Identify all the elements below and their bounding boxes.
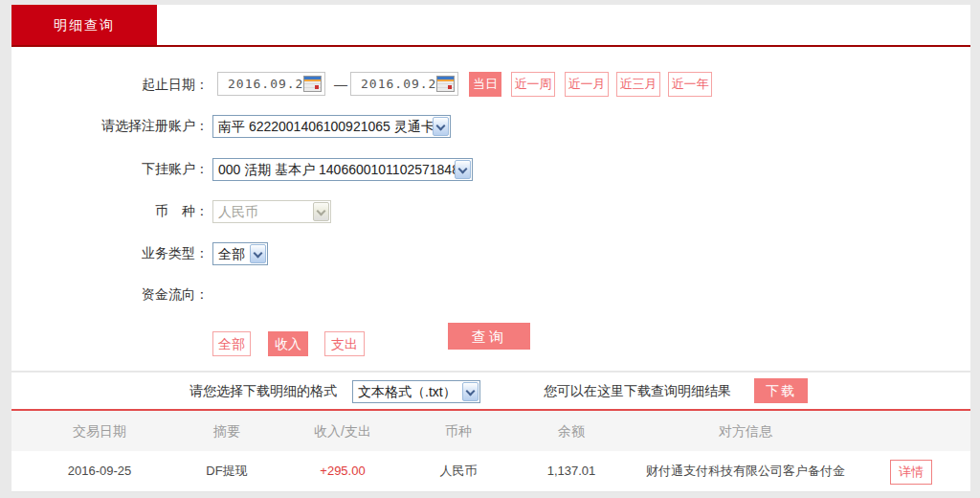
calendar-icon[interactable]	[303, 76, 322, 92]
business-type-label: 业务类型：	[11, 245, 209, 262]
sub-account-value: 000 活期 基本户 1406600101102571848	[218, 159, 459, 180]
chevron-down-icon	[462, 382, 479, 401]
currency-select: 人民币	[212, 200, 331, 223]
header-trade-date: 交易日期	[31, 411, 168, 451]
range-year-button[interactable]: 近一年	[668, 72, 712, 97]
chevron-down-icon	[433, 117, 449, 136]
start-date-input[interactable]: 2016.09.25	[217, 72, 325, 96]
date-range-label: 起止日期：	[11, 77, 209, 94]
download-format-label: 请您选择下载明细的格式	[189, 383, 337, 400]
detail-query-page: 明细查询 起止日期： 2016.09.25 — 2016.09.25 当日 近一…	[0, 0, 980, 498]
cell-counterparty: 财付通支付科技有限公司客户备付金	[626, 451, 865, 491]
date-range-separator: —	[334, 77, 347, 92]
fund-flow-label: 资金流向：	[11, 286, 209, 304]
range-week-button[interactable]: 近一周	[511, 72, 555, 97]
header-counterparty: 对方信息	[626, 411, 865, 451]
flow-income-button[interactable]: 收入	[268, 331, 308, 356]
cell-currency: 人民币	[400, 451, 517, 491]
download-format-select[interactable]: 文本格式（.txt）	[352, 380, 480, 403]
download-hint: 您可以在这里下载查询明细结果	[544, 383, 731, 400]
detail-button[interactable]: 详情	[890, 460, 932, 485]
table-header: 交易日期 摘要 收入/支出 币种 余额 对方信息	[11, 411, 970, 451]
download-panel: 请您选择下载明细的格式 文本格式（.txt） 您可以在这里下载查询明细结果 下载	[11, 373, 970, 409]
calendar-icon[interactable]	[436, 76, 455, 92]
query-button[interactable]: 查询	[448, 323, 530, 350]
sub-account-label: 下挂账户：	[11, 161, 209, 178]
register-account-select[interactable]: 南平 6222001406100921065 灵通卡	[212, 115, 451, 138]
end-date-input[interactable]: 2016.09.25	[350, 72, 458, 96]
currency-value: 人民币	[218, 201, 258, 222]
chevron-down-icon	[250, 244, 266, 263]
download-format-value: 文本格式（.txt）	[358, 381, 457, 402]
flow-expense-button[interactable]: 支出	[324, 331, 365, 356]
query-form-panel: 起止日期： 2016.09.25 — 2016.09.25 当日 近一周 近一月…	[11, 47, 970, 372]
table-row: 2016-09-25 DF提现 +295.00 人民币 1,137.01 财付通…	[11, 451, 970, 492]
cell-balance: 1,137.01	[517, 451, 626, 491]
business-type-select[interactable]: 全部	[212, 242, 268, 265]
header-summary: 摘要	[168, 411, 285, 451]
range-month-button[interactable]: 近一月	[565, 72, 609, 97]
register-account-value: 南平 6222001406100921065 灵通卡	[218, 116, 434, 137]
chevron-down-icon	[455, 160, 471, 179]
cell-amount: +295.00	[285, 451, 400, 491]
range-today-button[interactable]: 当日	[469, 72, 501, 97]
tab-detail-query[interactable]: 明细查询	[11, 5, 157, 45]
header-currency: 币种	[400, 411, 517, 451]
business-type-value: 全部	[218, 243, 245, 264]
header-income-expense: 收入/支出	[285, 411, 400, 451]
range-3month-button[interactable]: 近三月	[616, 72, 660, 97]
flow-all-button[interactable]: 全部	[212, 331, 251, 356]
cell-summary: DF提现	[168, 451, 285, 491]
cell-trade-date: 2016-09-25	[31, 451, 168, 491]
download-button[interactable]: 下载	[754, 378, 808, 403]
tab-bar: 明细查询	[11, 5, 970, 45]
sub-account-select[interactable]: 000 活期 基本户 1406600101102571848	[212, 158, 473, 181]
header-balance: 余额	[517, 411, 626, 451]
start-date-value: 2016.09.25	[228, 73, 312, 95]
end-date-value: 2016.09.25	[361, 73, 445, 95]
currency-label: 币 种：	[11, 203, 209, 220]
register-account-label: 请选择注册账户：	[11, 118, 209, 135]
chevron-down-icon	[313, 202, 329, 221]
